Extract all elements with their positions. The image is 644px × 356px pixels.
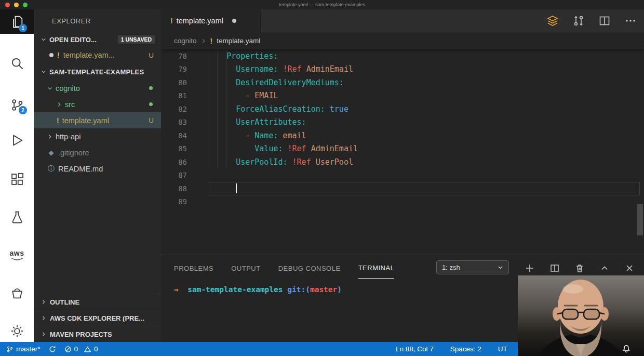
editor-scrollbar[interactable] — [637, 204, 643, 235]
sync-icon — [49, 346, 56, 353]
line-number: 86 — [161, 158, 187, 166]
code-text: Username: !Ref AdminEmail — [208, 63, 640, 76]
code-line-83[interactable]: 83 UserAttributes: — [161, 116, 640, 129]
warning-icon: ! — [170, 17, 173, 25]
activity-item-explorer[interactable]: 1 — [0, 9, 34, 34]
aws-swoosh-icon — [10, 257, 24, 261]
activity-item-source-control[interactable]: 2 — [0, 98, 34, 112]
project-root-header[interactable]: SAM-TEMPLATE-EXAMPLES — [34, 63, 161, 80]
chevron-right-icon — [47, 134, 52, 139]
branch-name: master* — [16, 345, 41, 353]
section-aws-cdk-explorer[interactable]: AWS CDK EXPLORER (PRE... — [34, 310, 161, 326]
activity-item-extensions[interactable] — [0, 172, 34, 187]
tree-item-template-yaml[interactable]: ! template.yaml U — [34, 112, 161, 128]
terminal-token: ) — [337, 285, 342, 294]
info-icon: ⓘ — [47, 164, 55, 174]
code-line-81[interactable]: 81 - EMAIL — [161, 89, 640, 103]
activity-item-settings[interactable] — [0, 324, 34, 338]
section-label: AWS CDK EXPLORER (PRE... — [50, 314, 144, 322]
activity-item-deploy[interactable] — [0, 286, 34, 300]
panel-tab-output[interactable]: OUTPUT — [231, 257, 260, 279]
status-encoding[interactable]: UT — [498, 345, 507, 353]
code-line-86[interactable]: 86 UserPoolId: !Ref UserPool — [161, 155, 640, 169]
open-editor-filename: template.yam... — [63, 51, 115, 59]
new-terminal-icon[interactable] — [525, 263, 535, 273]
code-line-89[interactable]: 89 — [161, 195, 640, 209]
cloudformation-stack-icon[interactable] — [546, 15, 559, 27]
chevron-right-icon — [57, 102, 62, 107]
tree-item-gitignore[interactable]: ◆ .gitignore — [34, 144, 161, 161]
code-line-87[interactable]: 87 — [161, 169, 640, 182]
modified-dot-icon[interactable] — [232, 19, 236, 23]
run-debug-icon — [10, 133, 24, 148]
activity-item-run-debug[interactable] — [0, 133, 34, 148]
tree-item-src[interactable]: src — [34, 96, 161, 112]
code-line-85[interactable]: 85 Value: !Ref AdminEmail — [161, 142, 640, 156]
code-line-80[interactable]: 80 DesiredDeliveryMediums: — [161, 76, 640, 89]
folder-label: http-api — [56, 133, 81, 141]
breadcrumb-folder[interactable]: cognito — [174, 37, 197, 45]
section-maven-projects[interactable]: MAVEN PROJECTS — [34, 326, 161, 342]
panel-tabs: PROBLEMS OUTPUT DEBUG CONSOLE TERMINAL — [174, 255, 394, 280]
code-line-84[interactable]: 84 - Name: email — [161, 129, 640, 142]
panel-tab-debug-console[interactable]: DEBUG CONSOLE — [278, 257, 341, 279]
tree-item-cognito[interactable]: cognito — [34, 80, 161, 96]
chevron-down-icon — [47, 86, 52, 91]
vscode-window: template.yaml — sam-template-examples 1 … — [0, 0, 644, 356]
search-icon — [10, 56, 24, 71]
activity-item-testing[interactable] — [0, 210, 34, 225]
compare-changes-icon[interactable] — [572, 15, 585, 27]
modified-dot-icon[interactable] — [49, 53, 53, 57]
code-text — [208, 195, 640, 209]
git-file-icon: ◆ — [47, 149, 55, 156]
line-number: 80 — [161, 78, 187, 87]
warning-count: 0 — [94, 345, 98, 353]
git-change-dot-icon — [149, 102, 153, 106]
split-terminal-icon[interactable] — [549, 263, 560, 273]
explorer-sidebar: EXPLORER OPEN EDITO... 1 UNSAVED ! templ… — [34, 9, 161, 342]
code-line-82[interactable]: 82 ForceAliasCreation: true — [161, 102, 640, 116]
git-branch-icon — [6, 346, 14, 353]
status-line-col[interactable]: Ln 88, Col 7 — [396, 345, 434, 353]
panel-tab-problems[interactable]: PROBLEMS — [174, 257, 213, 279]
file-label: template.yaml — [62, 116, 109, 125]
project-root-label: SAM-TEMPLATE-EXAMPLES — [49, 68, 144, 76]
maximize-panel-chevron-icon[interactable] — [599, 263, 610, 273]
chevron-right-icon — [201, 38, 206, 44]
kill-terminal-trash-icon[interactable] — [574, 263, 585, 273]
code-line-88[interactable]: 88 — [161, 182, 640, 195]
breadcrumb-file[interactable]: template.yaml — [217, 37, 260, 45]
panel-tab-terminal[interactable]: TERMINAL — [358, 257, 395, 279]
open-editors-header[interactable]: OPEN EDITO... 1 UNSAVED — [34, 32, 161, 47]
status-sync[interactable] — [49, 346, 56, 353]
terminal-shell-select[interactable]: 1: zsh — [436, 260, 509, 274]
split-editor-icon[interactable] — [598, 15, 611, 27]
code-text: - EMAIL — [208, 89, 640, 103]
terminal-token: git:( — [287, 285, 310, 294]
tree-item-readme[interactable]: ⓘ README.md — [34, 161, 161, 177]
editor-tab-strip: ! template.yaml — [161, 9, 644, 32]
activity-item-aws[interactable]: aws — [0, 249, 34, 261]
section-label: MAVEN PROJECTS — [50, 331, 112, 338]
status-indentation[interactable]: Spaces: 2 — [450, 345, 481, 353]
code-line-79[interactable]: 79 Username: !Ref AdminEmail — [161, 63, 640, 76]
more-actions-icon[interactable] — [624, 15, 637, 27]
tab-label: template.yaml — [177, 17, 223, 25]
status-branch[interactable]: master* — [6, 345, 41, 353]
terminal-token: → — [174, 285, 179, 294]
activity-item-search[interactable] — [0, 56, 34, 71]
file-label: README.md — [58, 165, 103, 173]
tab-template-yaml[interactable]: ! template.yaml — [161, 9, 261, 32]
section-outline[interactable]: OUTLINE — [34, 294, 161, 310]
breadcrumb: cognito ! template.yaml — [161, 32, 644, 49]
status-notifications[interactable] — [622, 345, 630, 355]
line-number: 87 — [161, 171, 187, 179]
close-panel-icon[interactable] — [624, 263, 635, 273]
code-text: Value: !Ref AdminEmail — [208, 142, 640, 156]
terminal-prompt-line[interactable]: → sam-template-examples git:(master) — [174, 285, 342, 294]
code-line-78[interactable]: 78 Properties: — [161, 49, 640, 63]
open-editor-item-template-yaml[interactable]: ! template.yam... U — [34, 47, 161, 63]
bell-icon — [622, 345, 630, 353]
status-problems[interactable]: 0 0 — [64, 345, 98, 353]
tree-item-http-api[interactable]: http-api — [34, 128, 161, 144]
